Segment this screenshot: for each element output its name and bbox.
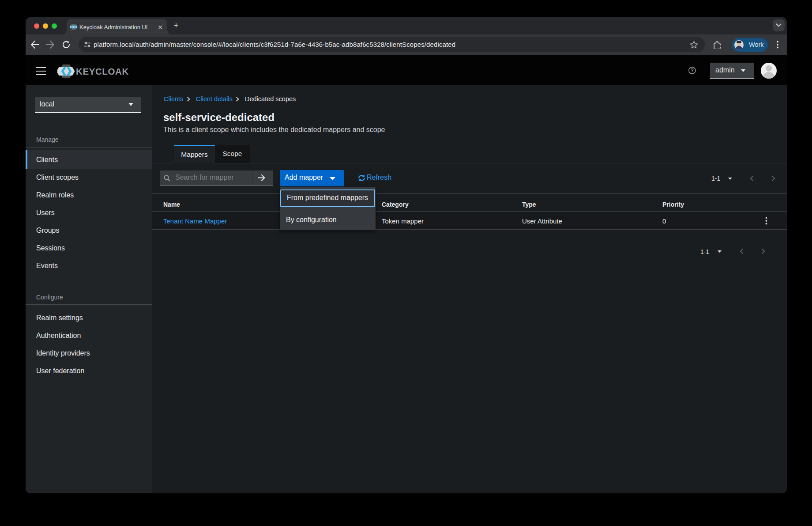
svg-text:?: ?: [691, 68, 694, 73]
svg-text:KEYCLOAK: KEYCLOAK: [76, 66, 129, 76]
